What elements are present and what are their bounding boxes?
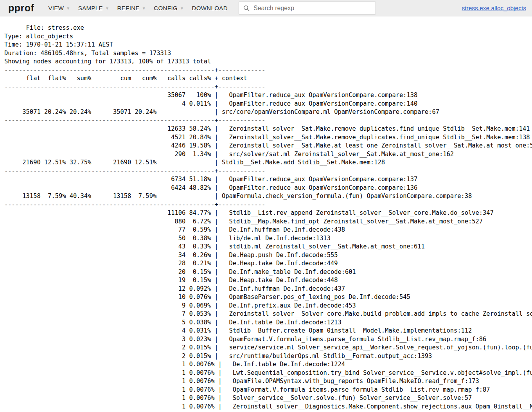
menu-view[interactable]: VIEW ▾ — [48, 5, 69, 11]
menu-refine-label: REFINE — [117, 5, 139, 11]
menu-refine[interactable]: REFINE ▾ — [117, 5, 145, 11]
search-input[interactable] — [253, 5, 372, 12]
topbar: pprof VIEW ▾ SAMPLE ▾ REFINE ▾ CONFIG ▾ … — [0, 0, 532, 16]
menu-sample-label: SAMPLE — [78, 5, 103, 11]
chevron-down-icon: ▾ — [143, 6, 145, 11]
chevron-down-icon: ▾ — [67, 6, 69, 11]
download-label: DOWNLOAD — [192, 5, 228, 11]
report-text: File: stress.exe Type: alloc_objects Tim… — [0, 16, 532, 411]
menu-config[interactable]: CONFIG ▾ — [154, 5, 183, 11]
chevron-down-icon: ▾ — [181, 6, 183, 11]
pprof-logo: pprof — [8, 2, 34, 14]
search-box[interactable] — [239, 2, 376, 14]
profile-link[interactable]: stress.exe alloc_objects — [462, 5, 526, 12]
chevron-down-icon: ▾ — [106, 6, 108, 11]
menu-view-label: VIEW — [48, 5, 64, 11]
menu-config-label: CONFIG — [154, 5, 178, 11]
menu-sample[interactable]: SAMPLE ▾ — [78, 5, 109, 11]
search-icon — [243, 5, 250, 12]
download-button[interactable]: DOWNLOAD — [192, 5, 228, 11]
